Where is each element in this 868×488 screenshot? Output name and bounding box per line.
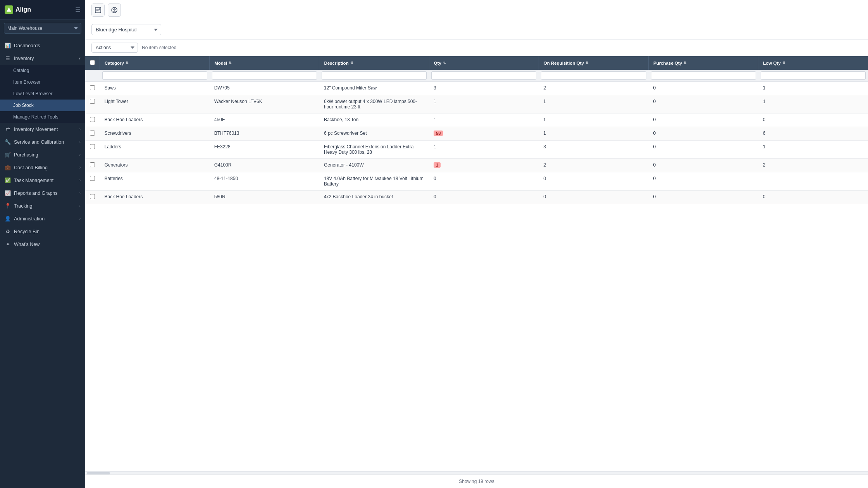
filter-low-qty-cell[interactable] — [758, 70, 868, 82]
cost-billing-icon: 💼 — [5, 165, 11, 170]
th-on-req-qty[interactable]: On Requisition Qty ⇅ — [539, 56, 648, 70]
table-row: Back Hoe Loaders 450E Backhoe, 13 Ton 1 … — [85, 113, 868, 127]
filter-purchase-input[interactable] — [651, 71, 756, 80]
row-category: Ladders — [100, 141, 210, 159]
table-filter-row — [85, 70, 868, 82]
hamburger-icon[interactable]: ☰ — [75, 6, 81, 14]
row-checkbox-cell[interactable] — [85, 82, 100, 95]
location-select[interactable]: Blueridge Hospital — [91, 24, 161, 35]
sidebar-item-purchasing[interactable]: 🛒 Purchasing › — [0, 148, 85, 161]
reports-chevron: › — [79, 191, 81, 195]
row-checkbox-cell[interactable] — [85, 191, 100, 204]
low-qty-sort-icon: ⇅ — [782, 61, 785, 65]
sidebar-item-administration[interactable]: 👤 Administration › — [0, 212, 85, 225]
filter-description-input[interactable] — [322, 71, 427, 80]
row-category: Back Hoe Loaders — [100, 113, 210, 127]
sidebar-item-recycle-bin[interactable]: ♻ Recycle Bin — [0, 225, 85, 238]
row-description: 18V 4.0Ah Battery for Milwaukee 18 Volt … — [319, 172, 429, 191]
upload-btn[interactable] — [108, 3, 121, 17]
tracking-chevron: › — [79, 204, 81, 208]
row-checkbox-cell[interactable] — [85, 159, 100, 172]
whats-new-label: What's New — [14, 242, 40, 247]
row-checkbox[interactable] — [90, 162, 95, 167]
main-content: Blueridge Hospital Actions No item selec… — [85, 0, 868, 488]
warehouse-select[interactable]: Main Warehouse — [4, 23, 81, 34]
row-qty: 0 — [429, 172, 539, 191]
dashboards-icon: 📊 — [5, 43, 11, 48]
actions-select[interactable]: Actions — [91, 43, 138, 53]
sidebar-item-reports-graphs[interactable]: 📈 Reports and Graphs › — [0, 187, 85, 199]
row-model: 450E — [210, 113, 319, 127]
sidebar-item-tracking[interactable]: 📍 Tracking › — [0, 199, 85, 212]
row-checkbox[interactable] — [90, 99, 95, 104]
filter-qty-input[interactable] — [431, 71, 536, 80]
row-checkbox-cell[interactable] — [85, 113, 100, 127]
sidebar-item-cost-billing[interactable]: 💼 Cost and Billing › — [0, 161, 85, 174]
row-checkbox[interactable] — [90, 144, 95, 149]
app-shell: Align ☰ Main Warehouse 📊 Dashboards ☰ In… — [0, 0, 868, 488]
cost-billing-chevron: › — [79, 165, 81, 170]
sidebar-item-inventory[interactable]: ☰ Inventory ▾ — [0, 52, 85, 65]
th-purchase-qty[interactable]: Purchase Qty ⇅ — [649, 56, 758, 70]
tracking-icon: 📍 — [5, 203, 11, 209]
th-category[interactable]: Category ⇅ — [100, 56, 210, 70]
row-category: Generators — [100, 159, 210, 172]
filter-on-req-input[interactable] — [541, 71, 646, 80]
row-low-qty: 6 — [758, 127, 868, 141]
sidebar-item-whats-new[interactable]: ✦ What's New — [0, 238, 85, 251]
purchase-qty-sort-icon: ⇅ — [684, 61, 687, 65]
tracking-label: Tracking — [14, 203, 32, 209]
inventory-chevron: ▾ — [79, 56, 81, 60]
row-checkbox[interactable] — [90, 176, 95, 181]
filter-on-req-cell[interactable] — [539, 70, 648, 82]
description-sort-icon: ⇅ — [350, 61, 353, 65]
filter-low-qty-input[interactable] — [761, 71, 866, 80]
filter-purchase-cell[interactable] — [649, 70, 758, 82]
row-on-req-qty: 0 — [539, 191, 648, 204]
sidebar-item-low-level-browser[interactable]: Low Level Browser — [0, 88, 85, 100]
filter-description-cell[interactable] — [319, 70, 429, 82]
sidebar-item-item-browser[interactable]: Item Browser — [0, 76, 85, 88]
filter-category-cell[interactable] — [100, 70, 210, 82]
th-description[interactable]: Description ⇅ — [319, 56, 429, 70]
th-qty[interactable]: Qty ⇅ — [429, 56, 539, 70]
row-checkbox[interactable] — [90, 131, 95, 136]
sidebar-item-dashboards[interactable]: 📊 Dashboards — [0, 39, 85, 52]
th-model[interactable]: Model ⇅ — [210, 56, 319, 70]
filter-qty-cell[interactable] — [429, 70, 539, 82]
row-checkbox[interactable] — [90, 117, 95, 122]
row-checkbox[interactable] — [90, 194, 95, 199]
qty-sort-icon: ⇅ — [443, 61, 446, 65]
row-checkbox[interactable] — [90, 85, 95, 90]
horizontal-scrollbar[interactable] — [85, 471, 868, 474]
row-on-req-qty: 1 — [539, 113, 648, 127]
select-all-header[interactable] — [85, 56, 100, 70]
row-qty: 1 — [429, 113, 539, 127]
sidebar-item-catalog[interactable]: Catalog — [0, 65, 85, 76]
purchasing-icon: 🛒 — [5, 152, 11, 158]
sidebar-item-manage-retired-tools[interactable]: Manage Retired Tools — [0, 111, 85, 123]
filter-model-cell[interactable] — [210, 70, 319, 82]
filter-model-input[interactable] — [212, 71, 317, 80]
task-management-chevron: › — [79, 178, 81, 182]
sidebar-item-job-stock[interactable]: Job Stock — [0, 100, 85, 111]
select-all-checkbox[interactable] — [90, 60, 95, 65]
export-btn[interactable] — [91, 3, 105, 17]
row-checkbox-cell[interactable] — [85, 127, 100, 141]
th-low-qty[interactable]: Low Qty ⇅ — [758, 56, 868, 70]
row-checkbox-cell[interactable] — [85, 95, 100, 113]
filter-category-input[interactable] — [102, 71, 207, 80]
sidebar-item-service-calibration[interactable]: 🔧 Service and Calibration › — [0, 136, 85, 148]
category-sort-icon: ⇅ — [126, 61, 129, 65]
inventory-icon: ☰ — [5, 55, 11, 61]
sidebar-item-task-management[interactable]: ✅ Task Management › — [0, 174, 85, 187]
row-description: Fiberglass Channel Extension Ladder Extr… — [319, 141, 429, 159]
row-checkbox-cell[interactable] — [85, 141, 100, 159]
row-qty: 58 — [429, 127, 539, 141]
inventory-movement-chevron: › — [79, 127, 81, 131]
sidebar-item-inventory-movement[interactable]: ⇄ Inventory Movement › — [0, 123, 85, 136]
scrollbar-thumb[interactable] — [87, 472, 110, 474]
row-description: 6kW power output 4 x 300W LED lamps 500-… — [319, 95, 429, 113]
row-checkbox-cell[interactable] — [85, 172, 100, 191]
inventory-movement-icon: ⇄ — [5, 126, 11, 132]
